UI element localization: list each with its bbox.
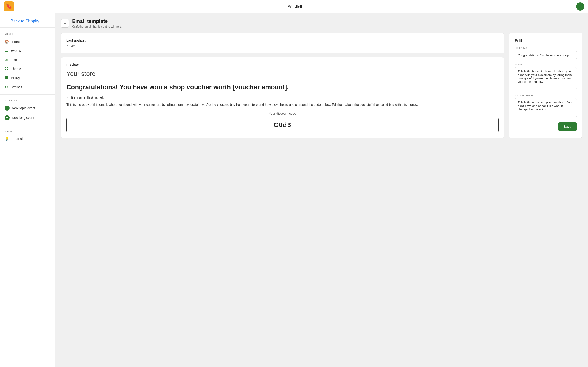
edit-title: Edit [515,39,577,43]
billing-icon [5,76,8,80]
last-updated-label: Last updated [66,39,499,42]
new-rapid-event-label: New rapid event [12,106,35,110]
app-title: Windfall [288,4,302,9]
sidebar-item-home-label: Home [12,40,20,44]
main-layout: ← Back to Shopify MENU 🏠 Home Events ✉ E… [0,13,588,367]
settings-icon: ⚙ [5,85,8,89]
sidebar-item-tutorial[interactable]: 💡 Tutorial [0,134,55,143]
sidebar-item-email-label: Email [10,58,18,62]
preview-label: Preview [66,63,499,67]
last-updated-card: Last updated Never [61,33,504,53]
svg-rect-0 [5,49,8,49]
new-rapid-event-button[interactable]: + New rapid event [0,103,55,113]
preview-discount-code: C0d3 [66,118,499,132]
page-subtitle: Craft the email that is sent to winners. [72,25,122,28]
svg-rect-7 [5,76,8,77]
preview-card: Preview Your store Congratulations! You … [61,57,504,138]
back-arrow-icon: ← [5,19,9,24]
new-long-event-label: New long event [12,116,34,119]
about-shop-field-label: ABOUT SHOP [515,94,577,97]
svg-rect-8 [5,77,8,78]
edit-panel: Edit HEADING BODY This is the body of th… [509,33,582,138]
sidebar-item-email[interactable]: ✉ Email [0,55,55,64]
menu-section-label: MENU [0,31,55,37]
svg-rect-1 [5,50,8,50]
back-to-shopify[interactable]: ← Back to Shopify [0,17,55,27]
sidebar-item-settings-label: Settings [10,85,22,89]
divider-2 [0,125,55,125]
svg-rect-9 [5,78,8,79]
main-content: ← Email template Craft the email that is… [55,13,588,367]
arrow-icon: → [578,4,582,9]
back-label: Back to Shopify [10,19,39,24]
page-header-text: Email template Craft the email that is s… [72,18,122,28]
svg-rect-2 [5,51,8,52]
plus-icon-rapid: + [5,106,10,110]
events-icon [5,48,8,53]
app-logo: 🔖 [4,1,14,11]
sidebar-item-events[interactable]: Events [0,46,55,55]
tutorial-icon: 💡 [5,136,9,141]
sidebar-item-events-label: Events [11,49,21,52]
body-field-label: BODY [515,63,577,66]
sidebar-item-billing-label: Billing [11,76,19,80]
plus-icon-long: + [5,115,10,120]
heading-input[interactable] [515,51,577,59]
svg-rect-6 [7,69,8,70]
sidebar: ← Back to Shopify MENU 🏠 Home Events ✉ E… [0,13,55,367]
theme-icon [5,67,8,71]
preview-body-text: This is the body of this email, where yo… [66,102,499,107]
page-back-button[interactable]: ← [61,19,69,27]
divider-1 [0,94,55,94]
body-textarea[interactable]: This is the body of this email, where yo… [515,67,577,90]
topbar: 🔖 Windfall → [0,0,588,13]
save-button[interactable]: Save [558,123,577,131]
home-icon: 🏠 [5,40,9,44]
page-header: ← Email template Craft the email that is… [61,18,582,28]
sidebar-item-billing[interactable]: Billing [0,73,55,83]
preview-discount-label: Your discount code [66,112,499,115]
preview-store-name: Your store [66,70,499,77]
svg-rect-5 [5,69,6,70]
sidebar-item-settings[interactable]: ⚙ Settings [0,83,55,92]
left-column: Last updated Never Preview Your store Co… [61,33,504,138]
preview-hi-text: Hi [first name] [last name], [66,96,499,99]
sidebar-item-home[interactable]: 🏠 Home [0,37,55,46]
last-updated-value: Never [66,44,499,48]
topbar-arrow-button[interactable]: → [576,2,584,10]
heading-field-label: HEADING [515,47,577,50]
svg-rect-4 [7,67,8,68]
actions-section-label: ACTIONS [0,97,55,103]
sidebar-item-theme-label: Theme [11,67,21,71]
page-title: Email template [72,18,122,24]
logo-icon: 🔖 [6,3,12,9]
sidebar-item-theme[interactable]: Theme [0,64,55,73]
about-shop-textarea[interactable]: This is the meta decription for shop. If… [515,98,577,117]
svg-rect-3 [5,67,6,68]
help-section-label: HELP [0,128,55,134]
sidebar-item-tutorial-label: Tutorial [12,137,23,141]
email-icon: ✉ [5,58,8,62]
preview-heading: Congratulations! You have won a shop vou… [66,83,499,91]
content-grid: Last updated Never Preview Your store Co… [61,33,582,138]
new-long-event-button[interactable]: + New long event [0,113,55,123]
